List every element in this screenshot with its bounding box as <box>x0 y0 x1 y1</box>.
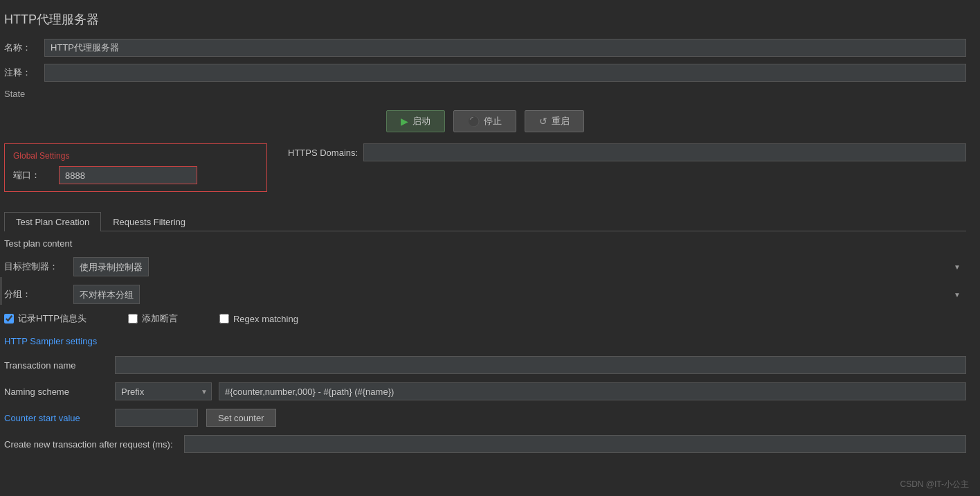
port-input[interactable] <box>59 166 197 184</box>
create-transaction-row: Create new transaction after request (ms… <box>4 435 966 453</box>
page-title: HTTP代理服务器 <box>4 11 966 28</box>
set-counter-button[interactable]: Set counter <box>206 409 276 427</box>
target-controller-wrapper: 使用录制控制器 <box>73 257 966 276</box>
naming-pattern-input[interactable] <box>219 382 966 400</box>
grouping-wrapper: 不对样本分组 <box>73 285 966 304</box>
state-section: State <box>4 89 966 99</box>
grouping-select[interactable]: 不对样本分组 <box>73 285 140 304</box>
start-icon: ▶ <box>401 116 408 127</box>
create-transaction-input[interactable] <box>184 435 966 453</box>
https-label: HTTPS Domains: <box>288 148 358 158</box>
stop-button[interactable]: ⚫ 停止 <box>453 110 516 132</box>
global-settings-title: Global Settings <box>13 151 258 161</box>
https-section: HTTPS Domains: <box>288 143 966 161</box>
state-label: State <box>4 89 966 99</box>
port-row: 端口： <box>13 166 258 184</box>
tabs-bar: Test Plan Creation Requests Filtering <box>4 211 966 231</box>
naming-scheme-row: Naming scheme Prefix Suffix None <box>4 382 966 400</box>
settings-https-section: Global Settings 端口： HTTPS Domains: <box>4 143 966 202</box>
naming-scheme-select[interactable]: Prefix Suffix None <box>115 382 212 400</box>
main-container: HTTP代理服务器 名称： 注释： State ▶ 启动 ⚫ 停止 ↺ 重启 G… <box>0 0 980 472</box>
checkbox-add-assertion[interactable]: 添加断言 <box>128 312 178 325</box>
test-plan-section-title: Test plan content <box>4 238 966 249</box>
counter-start-row: Counter start value Set counter <box>4 409 966 427</box>
tab-requests-filtering[interactable]: Requests Filtering <box>101 212 197 231</box>
comment-label: 注释： <box>4 67 39 79</box>
checkboxes-row: 记录HTTP信息头 添加断言 Regex matching <box>4 312 966 325</box>
checkbox-regex-matching[interactable]: Regex matching <box>219 314 298 324</box>
checkbox-http-headers-input[interactable] <box>4 314 14 324</box>
grouping-row: 分组： 不对样本分组 <box>4 285 966 304</box>
naming-scheme-wrapper: Prefix Suffix None <box>115 382 212 400</box>
naming-scheme-label: Naming scheme <box>4 387 115 397</box>
checkbox-add-assertion-input[interactable] <box>128 314 138 324</box>
name-input[interactable] <box>44 39 966 57</box>
checkbox-http-headers[interactable]: 记录HTTP信息头 <box>4 312 87 325</box>
transaction-name-label: Transaction name <box>4 360 115 371</box>
comment-row: 注释： <box>4 64 966 82</box>
transaction-name-row: Transaction name <box>4 356 966 374</box>
counter-start-label: Counter start value <box>4 413 115 423</box>
create-transaction-label: Create new transaction after request (ms… <box>4 439 184 450</box>
checkbox-http-headers-label: 记录HTTP信息头 <box>18 312 87 325</box>
http-sampler-title: HTTP Sampler settings <box>4 336 966 346</box>
https-domains-input[interactable] <box>363 143 966 161</box>
name-label: 名称： <box>4 42 39 54</box>
port-label: 端口： <box>13 169 48 181</box>
footer-credit: CSDN @IT-小公主 <box>900 479 969 490</box>
counter-start-input[interactable] <box>115 409 198 427</box>
target-controller-row: 目标控制器： 使用录制控制器 <box>4 257 966 276</box>
start-label: 启动 <box>412 115 430 127</box>
name-row: 名称： <box>4 39 966 57</box>
restart-label: 重启 <box>552 115 570 127</box>
checkbox-regex-matching-label: Regex matching <box>233 314 298 324</box>
stop-icon: ⚫ <box>468 116 480 127</box>
checkbox-add-assertion-label: 添加断言 <box>142 312 178 325</box>
tab-test-plan-creation[interactable]: Test Plan Creation <box>4 212 101 231</box>
target-controller-select[interactable]: 使用录制控制器 <box>73 257 149 276</box>
target-controller-label: 目标控制器： <box>4 260 73 273</box>
checkbox-regex-matching-input[interactable] <box>219 314 229 324</box>
grouping-label: 分组： <box>4 288 73 301</box>
restart-icon: ↺ <box>539 116 547 127</box>
stop-label: 停止 <box>484 115 502 127</box>
transaction-name-input[interactable] <box>115 356 966 374</box>
restart-button[interactable]: ↺ 重启 <box>525 110 584 132</box>
comment-input[interactable] <box>44 64 966 82</box>
start-button[interactable]: ▶ 启动 <box>386 110 445 132</box>
global-settings-box: Global Settings 端口： <box>4 143 267 192</box>
control-buttons-row: ▶ 启动 ⚫ 停止 ↺ 重启 <box>4 110 966 132</box>
left-divider <box>0 277 2 305</box>
